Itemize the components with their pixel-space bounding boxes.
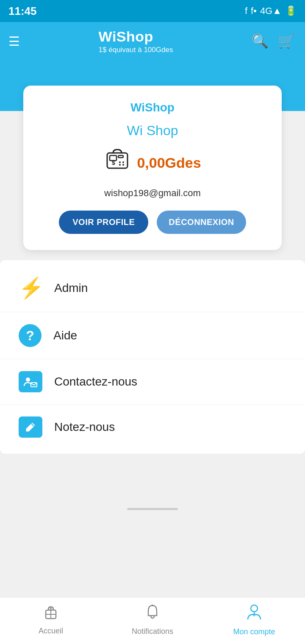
aide-label: Aide (53, 329, 77, 342)
header-title: WiShop (99, 28, 153, 45)
logout-button[interactable]: DÉCONNEXION (157, 211, 246, 234)
view-profile-button[interactable]: VOIR PROFILE (59, 211, 148, 234)
notifications-label: Notifications (132, 627, 173, 636)
contact-label: Contactez-nous (54, 375, 137, 389)
top-header: ☰ WiShop 1$ équivaut à 100Gdes 🔍 🛒 (0, 22, 305, 60)
header-actions: 🔍 🛒 (252, 33, 295, 49)
status-icons: f f• 4G▲ 🔋 (245, 6, 297, 17)
lightning-icon: ⚡ (19, 276, 42, 300)
nav-notifications[interactable]: Notifications (127, 604, 178, 636)
nav-indicator (127, 508, 178, 510)
nav-mon-compte[interactable]: Mon compte (229, 603, 280, 636)
hamburger-menu[interactable]: ☰ (8, 34, 20, 49)
status-bar: 11:45 f f• 4G▲ 🔋 (0, 0, 305, 22)
wallet-icon: $ (104, 146, 131, 179)
svg-point-5 (122, 161, 124, 163)
mon-compte-label: Mon compte (233, 627, 275, 636)
battery-icon: 🔋 (285, 6, 297, 17)
note-label: Notez-nous (54, 420, 115, 434)
note-icon (19, 416, 42, 438)
svg-rect-2 (118, 155, 123, 158)
svg-point-8 (26, 378, 30, 382)
notifications-icon (145, 604, 160, 625)
status-time: 11:45 (8, 5, 37, 18)
header-subtitle: 1$ équivaut à 100Gdes (99, 46, 173, 54)
menu-item-admin[interactable]: ⚡ Admin (0, 264, 305, 312)
facebook-icon-2: f• (251, 6, 257, 17)
profile-card: WiShop Wi Shop $ (23, 86, 282, 250)
svg-point-6 (119, 164, 121, 166)
menu-item-contact[interactable]: Contactez-nous (0, 359, 305, 405)
menu-item-note[interactable]: Notez-nous (0, 405, 305, 450)
profile-actions: VOIR PROFILE DÉCONNEXION (40, 211, 265, 234)
cart-icon[interactable]: 🛒 (278, 33, 295, 49)
contact-icon (19, 371, 42, 392)
accueil-icon (42, 604, 59, 624)
svg-point-4 (119, 161, 121, 163)
admin-label: Admin (54, 281, 88, 295)
svg-point-17 (251, 605, 258, 612)
profile-email: wishop198@gmail.com (40, 188, 265, 199)
header-brand: WiShop 1$ équivaut à 100Gdes (99, 28, 173, 54)
wallet-row: $ 0,00Gdes (40, 146, 265, 179)
wallet-amount: 0,00Gdes (137, 155, 201, 171)
menu-list: ⚡ Admin ? Aide Contactez-nous (0, 260, 305, 454)
accueil-label: Accueil (39, 627, 63, 636)
network-icon: 4G▲ (260, 6, 282, 17)
mon-compte-icon (246, 603, 262, 625)
nav-accueil[interactable]: Accueil (25, 604, 76, 636)
search-icon[interactable]: 🔍 (252, 33, 269, 49)
svg-text:$: $ (112, 159, 115, 166)
bottom-nav: Accueil Notifications Mon compte (0, 597, 305, 644)
facebook-icon-1: f (245, 6, 247, 17)
card-brand: WiShop (40, 101, 265, 114)
svg-point-7 (122, 164, 124, 166)
help-icon: ? (19, 324, 42, 347)
card-username: Wi Shop (40, 123, 265, 139)
menu-item-aide[interactable]: ? Aide (0, 312, 305, 359)
